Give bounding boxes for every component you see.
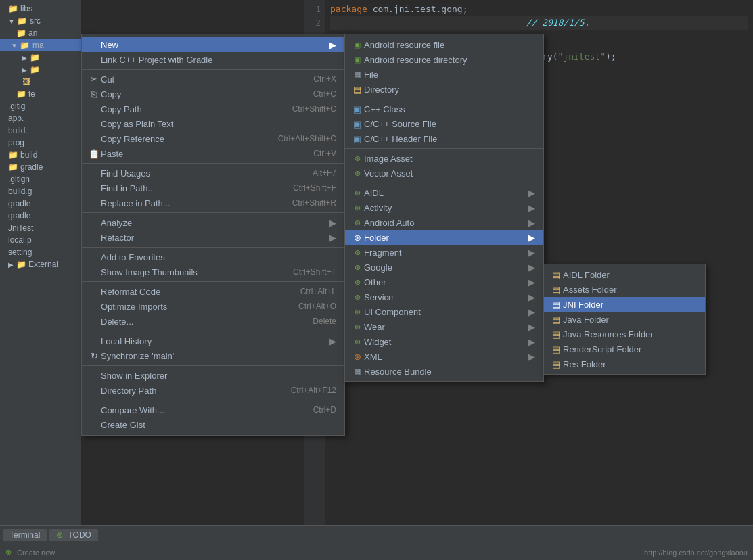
menu-item-show-thumbnails[interactable]: Show Image Thumbnails Ctrl+Shift+T bbox=[82, 264, 344, 279]
menu-item-google[interactable]: ⊛ Google ▶ bbox=[345, 260, 543, 275]
copy-icon: ⎘ bbox=[87, 89, 101, 99]
sidebar-item-sub2[interactable]: ▶ 📁 bbox=[0, 64, 81, 76]
menu-item-android-auto[interactable]: ⊛ Android Auto ▶ bbox=[345, 215, 543, 230]
menu-item-renderscript-folder[interactable]: ▤ RenderScript Folder bbox=[544, 342, 705, 356]
menu-divider bbox=[82, 331, 344, 331]
menu-item-java-resources-folder[interactable]: ▤ Java Resources Folder bbox=[544, 327, 705, 342]
cpp-header-icon: ▣ bbox=[350, 134, 364, 144]
sidebar-item-gradle[interactable]: 📁 gradle bbox=[0, 161, 81, 173]
menu-item-cpp-source[interactable]: ▣ C/C++ Source File bbox=[345, 116, 543, 131]
arrow-icon: ▶ bbox=[329, 336, 336, 346]
menu-item-optimize[interactable]: Optimize Imports Ctrl+Alt+O bbox=[82, 299, 344, 314]
sidebar-item-build-file[interactable]: build. bbox=[0, 124, 81, 137]
menu-item-image-asset[interactable]: ⊛ Image Asset bbox=[345, 151, 543, 166]
menu-divider bbox=[82, 69, 344, 70]
menu-item-ui-component[interactable]: ⊛ UI Component ▶ bbox=[345, 304, 543, 319]
menu-item-xml[interactable]: ⊛ XML ▶ bbox=[345, 349, 543, 364]
resource-bundle-icon: ▤ bbox=[350, 367, 364, 376]
folder-icon: 📁 bbox=[16, 28, 26, 38]
menu-item-local-history[interactable]: Local History ▶ bbox=[82, 333, 344, 348]
menu-item-service[interactable]: ⊛ Service ▶ bbox=[345, 289, 543, 304]
sidebar-item-local[interactable]: local.p bbox=[0, 234, 81, 246]
menu-item-reformat[interactable]: Reformat Code Ctrl+Alt+L bbox=[82, 284, 344, 299]
menu-item-android-resource-dir[interactable]: ▣ Android resource directory bbox=[345, 52, 543, 67]
menu-item-copy[interactable]: ⎘ Copy Ctrl+C bbox=[82, 87, 344, 101]
menu-item-directory-path[interactable]: Directory Path Ctrl+Alt+F12 bbox=[82, 383, 344, 398]
menu-item-add-favorites[interactable]: Add to Favorites bbox=[82, 250, 344, 264]
menu-item-assets-folder[interactable]: ▤ Assets Folder bbox=[544, 282, 705, 297]
menu-item-find-path[interactable]: Find in Path... Ctrl+Shift+F bbox=[82, 181, 344, 195]
menu-item-label: C++ Class bbox=[364, 104, 535, 114]
arrow-icon: ▶ bbox=[528, 292, 535, 302]
sidebar-item-jnitest[interactable]: JniTest bbox=[0, 222, 81, 234]
menu-item-synchronize[interactable]: ↻ Synchronize 'main' bbox=[82, 348, 344, 363]
menu-item-java-folder[interactable]: ▤ Java Folder bbox=[544, 312, 705, 327]
expand-icon: ▼ bbox=[11, 42, 18, 49]
menu-item-link-cpp[interactable]: Link C++ Project with Gradle bbox=[82, 52, 344, 67]
menu-item-aidl[interactable]: ⊛ AIDL ▶ bbox=[345, 185, 543, 200]
sidebar-item-sub1[interactable]: ▶ 📁 bbox=[0, 51, 81, 64]
menu-item-refactor[interactable]: Refactor ▶ bbox=[82, 230, 344, 245]
menu-item-replace-path[interactable]: Replace in Path... Ctrl+Shift+R bbox=[82, 195, 344, 210]
menu-item-aidl-folder[interactable]: ▤ AIDL Folder bbox=[544, 267, 705, 282]
menu-item-directory[interactable]: ▤ Directory bbox=[345, 82, 543, 97]
menu-item-label: Copy Path bbox=[101, 104, 279, 114]
menu-item-resource-bundle[interactable]: ▤ Resource Bundle bbox=[345, 364, 543, 379]
menu-item-find-usages[interactable]: Find Usages Alt+F7 bbox=[82, 166, 344, 181]
sidebar-item-img[interactable]: 🖼 bbox=[0, 76, 81, 88]
menu-item-fragment[interactable]: ⊛ Fragment ▶ bbox=[345, 245, 543, 260]
menu-item-wear[interactable]: ⊛ Wear ▶ bbox=[345, 319, 543, 334]
android-status-icon: ⊛ bbox=[5, 548, 12, 557]
sidebar-item-build[interactable]: 📁 build bbox=[0, 149, 81, 161]
sidebar-item-src[interactable]: ▼ 📁 src bbox=[0, 15, 81, 27]
sidebar-item-app[interactable]: app. bbox=[0, 112, 81, 124]
menu-item-new[interactable]: New ▶ bbox=[82, 37, 344, 52]
sidebar-item-setting[interactable]: setting bbox=[0, 246, 81, 258]
sidebar-item-gradle2[interactable]: gradle bbox=[0, 197, 81, 210]
menu-item-widget[interactable]: ⊛ Widget ▶ bbox=[345, 334, 543, 349]
sidebar-item-gradle3[interactable]: gradle bbox=[0, 210, 81, 222]
menu-item-label: Replace in Path... bbox=[101, 198, 279, 208]
context-menu-new: ▣ Android resource file ▣ Android resour… bbox=[344, 34, 544, 382]
menu-item-activity[interactable]: ⊛ Activity ▶ bbox=[345, 200, 543, 215]
sidebar-item-an[interactable]: 📁 an bbox=[0, 27, 81, 39]
sidebar-item-te[interactable]: 📁 te bbox=[0, 88, 81, 100]
todo-tab[interactable]: ⊛ TODO bbox=[49, 529, 98, 541]
menu-item-label: Synchronize 'main' bbox=[101, 351, 336, 361]
menu-item-copy-ref[interactable]: Copy Reference Ctrl+Alt+Shift+C bbox=[82, 131, 344, 146]
menu-item-other[interactable]: ⊛ Other ▶ bbox=[345, 275, 543, 289]
sidebar-item-gitig[interactable]: .gitig bbox=[0, 100, 81, 112]
menu-item-delete[interactable]: Delete... Delete bbox=[82, 314, 344, 329]
menu-item-jni-folder[interactable]: ▤ JNI Folder bbox=[544, 297, 705, 312]
menu-item-android-resource-file[interactable]: ▣ Android resource file bbox=[345, 37, 543, 52]
menu-item-label: AIDL Folder bbox=[563, 270, 697, 280]
menu-item-create-gist[interactable]: Create Gist bbox=[82, 417, 344, 432]
menu-divider bbox=[82, 400, 344, 400]
menu-item-label: Image Asset bbox=[364, 154, 535, 164]
menu-item-copy-path[interactable]: Copy Path Ctrl+Shift+C bbox=[82, 101, 344, 116]
sidebar-item-label: build. bbox=[8, 126, 28, 135]
sidebar-item-ma[interactable]: ▼ 📁 ma bbox=[0, 39, 81, 51]
sidebar-item-libs[interactable]: 📁 libs bbox=[0, 3, 81, 15]
menu-item-copy-plain[interactable]: Copy as Plain Text bbox=[82, 116, 344, 131]
menu-item-res-folder[interactable]: ▤ Res Folder bbox=[544, 356, 705, 371]
menu-item-cut[interactable]: ✂ Cut Ctrl+X bbox=[82, 72, 344, 87]
sidebar-item-prog[interactable]: prog bbox=[0, 137, 81, 149]
menu-item-label: New bbox=[101, 40, 324, 50]
menu-item-vector-asset[interactable]: ⊛ Vector Asset bbox=[345, 166, 543, 181]
sidebar-item-gitignore[interactable]: .gitign bbox=[0, 173, 81, 185]
menu-item-cpp-class[interactable]: ▣ C++ Class bbox=[345, 101, 543, 116]
menu-item-cpp-header[interactable]: ▣ C/C++ Header File bbox=[345, 131, 543, 146]
menu-item-folder[interactable]: ⊛ Folder ▶ bbox=[345, 230, 543, 245]
sidebar-item-external[interactable]: ▶ 📁 External bbox=[0, 258, 81, 271]
menu-item-paste[interactable]: 📋 Paste Ctrl+V bbox=[82, 146, 344, 161]
arrow-icon: ▶ bbox=[528, 352, 535, 362]
sidebar-item-buildg[interactable]: build.g bbox=[0, 185, 81, 197]
menu-item-compare-with[interactable]: Compare With... Ctrl+D bbox=[82, 402, 344, 417]
menu-item-show-explorer[interactable]: Show in Explorer bbox=[82, 368, 344, 383]
shortcut-text: Ctrl+Shift+C bbox=[292, 104, 336, 114]
terminal-tab[interactable]: Terminal bbox=[3, 529, 47, 541]
menu-item-analyze[interactable]: Analyze ▶ bbox=[82, 215, 344, 230]
arrow-icon: ▶ bbox=[528, 307, 535, 317]
menu-item-file[interactable]: ▤ File bbox=[345, 67, 543, 82]
